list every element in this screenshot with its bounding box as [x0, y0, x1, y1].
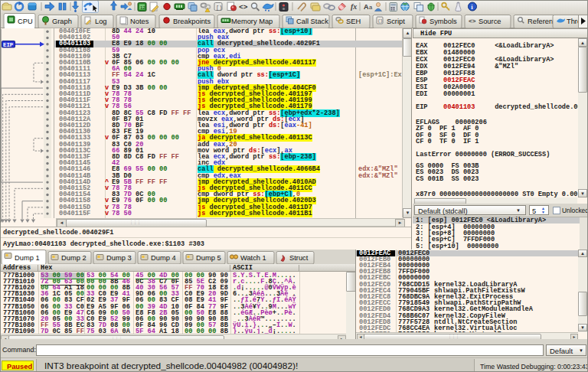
- svg-text:Memory Map: Memory Map: [231, 18, 273, 25]
- svg-text:Graph: Graph: [52, 18, 72, 25]
- svg-text:Script: Script: [387, 18, 405, 25]
- svg-text:12: 12: [140, 5, 145, 10]
- svg-text:Call Stack: Call Stack: [296, 18, 328, 25]
- svg-text:{}: {}: [377, 18, 383, 24]
- svg-text:<>: <>: [469, 18, 476, 24]
- svg-text:Dump 4: Dump 4: [151, 254, 176, 262]
- svg-text:[): [): [216, 5, 222, 11]
- svg-text:Symbols: Symbols: [430, 18, 457, 25]
- svg-text:Source: Source: [479, 18, 501, 25]
- svg-text:Dump 5: Dump 5: [196, 254, 221, 262]
- svg-text:Watch 1: Watch 1: [240, 254, 266, 262]
- svg-text:Dump 3: Dump 3: [106, 254, 132, 262]
- svg-text:A: A: [364, 3, 369, 11]
- svg-text:Breakpoints: Breakpoints: [173, 18, 211, 25]
- svg-text:EIP: EIP: [3, 42, 14, 48]
- svg-text:Notes: Notes: [130, 18, 149, 25]
- svg-text:SEH: SEH: [346, 18, 361, 25]
- svg-text:fx: fx: [351, 2, 357, 11]
- svg-text:Dump 1: Dump 1: [15, 254, 40, 262]
- svg-text:Log: Log: [95, 18, 107, 25]
- svg-text:a: a: [369, 4, 373, 11]
- svg-text:CPU: CPU: [18, 18, 33, 25]
- svg-text:Struct: Struct: [289, 254, 309, 262]
- svg-text:Dump 2: Dump 2: [61, 254, 87, 262]
- svg-text:<>: <>: [239, 3, 248, 11]
